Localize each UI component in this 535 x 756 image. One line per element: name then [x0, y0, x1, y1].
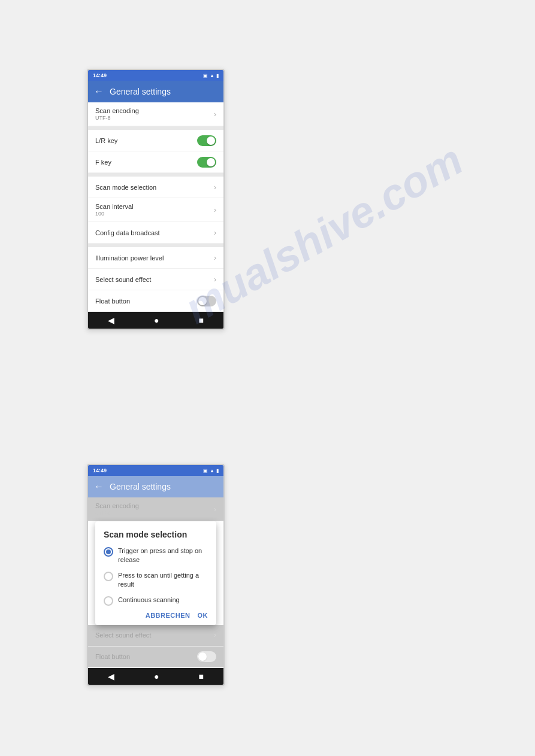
radio-trigger-inner	[106, 549, 111, 554]
scan-mode-chevron: ›	[214, 183, 216, 192]
sound-effect-text: Select sound effect	[95, 276, 214, 283]
back-button-bottom: ←	[94, 481, 104, 492]
illumination-text: Illumination power level	[95, 254, 214, 262]
status-bar-bottom: 14:49 ▣ ▲ ▮	[88, 465, 223, 476]
sound-effect-chevron: ›	[214, 275, 216, 284]
status-time-bottom: 14:49	[93, 467, 107, 473]
f-key-text: F key	[95, 159, 197, 166]
phone-bottom-content: Scan encoding UTF-8 › Scan mode selectio…	[88, 497, 223, 668]
float-button-toggle-thumb	[198, 297, 207, 305]
back-nav-bottom[interactable]: ◀	[108, 672, 114, 681]
settings-item-scan-encoding[interactable]: Scan encoding UTF-8 ›	[88, 102, 223, 126]
back-nav-top[interactable]: ◀	[108, 315, 114, 325]
scan-selection-note: Scan selection	[87, 165, 141, 175]
scan-encoding-text: Scan encoding UTF-8	[95, 107, 214, 121]
float-button-toggle[interactable]	[197, 296, 216, 306]
dialog-option-trigger[interactable]: Trigger on press and stop on release	[104, 546, 208, 565]
app-bar-title-bottom: General settings	[110, 482, 171, 491]
dimmed-scan-encoding-text: Scan encoding UTF-8	[95, 502, 214, 516]
settings-item-config-broadcast[interactable]: Config data broadcast ›	[88, 222, 223, 244]
config-broadcast-chevron: ›	[214, 229, 216, 237]
signal-icon: ▣	[203, 73, 208, 78]
float-button-text: Float button	[95, 297, 197, 305]
app-bar-title-top: General settings	[110, 87, 171, 96]
lr-key-toggle[interactable]	[197, 135, 216, 146]
dimmed-sound-effect-text: Select sound effect	[95, 631, 214, 639]
dialog-title: Scan mode selection	[104, 530, 208, 539]
dimmed-float-button-label: Float button	[95, 653, 197, 660]
scan-mode-dialog: Scan mode selection Trigger on press and…	[95, 521, 216, 625]
config-broadcast-label: Config data broadcast	[95, 229, 214, 236]
dialog-option-continuous[interactable]: Continuous scanning	[104, 596, 208, 606]
float-button-label: Float button	[95, 297, 197, 305]
illumination-label: Illumination power level	[95, 254, 214, 262]
dimmed-sound-effect-label: Select sound effect	[95, 631, 214, 639]
dimmed-sound-effect-chevron: ›	[214, 631, 216, 639]
status-time-top: 14:49	[93, 72, 107, 78]
scan-encoding-sublabel: UTF-8	[95, 115, 214, 121]
radio-press-scan[interactable]	[104, 572, 113, 581]
settings-item-scan-interval[interactable]: Scan interval 100 ›	[88, 198, 223, 222]
scan-interval-text: Scan interval 100	[95, 203, 214, 217]
dialog-cancel-button[interactable]: ABBRECHEN	[146, 612, 191, 619]
dimmed-settings-top: Scan encoding UTF-8 ›	[88, 497, 223, 521]
app-bar-bottom: ← General settings	[88, 476, 223, 497]
lr-key-toggle-thumb	[207, 136, 215, 145]
dimmed-scan-encoding-sublabel: UTF-8	[95, 510, 214, 516]
settings-list-top: Scan encoding UTF-8 › L/R key F key	[88, 102, 223, 312]
settings-item-scan-mode[interactable]: Scan mode selection ›	[88, 177, 223, 198]
dialog-option-press-scan[interactable]: Press to scan until getting a result	[104, 571, 208, 590]
radio-trigger[interactable]	[104, 547, 113, 557]
dimmed-scan-encoding-label: Scan encoding	[95, 502, 214, 509]
status-icons-top: ▣ ▲ ▮	[203, 73, 219, 78]
dialog-option-continuous-text: Continuous scanning	[118, 596, 180, 605]
dimmed-settings-bottom: Select sound effect › Float button	[88, 625, 223, 668]
scan-interval-chevron: ›	[214, 206, 216, 214]
settings-item-sound-effect[interactable]: Select sound effect ›	[88, 269, 223, 290]
dimmed-float-button: Float button	[88, 646, 223, 668]
dimmed-scan-encoding: Scan encoding UTF-8 ›	[88, 497, 223, 521]
scan-mode-text: Scan mode selection	[95, 184, 214, 191]
status-bar-top: 14:49 ▣ ▲ ▮	[88, 70, 223, 81]
f-key-label: F key	[95, 159, 197, 166]
dimmed-float-button-thumb	[198, 652, 207, 661]
dimmed-float-button-toggle	[197, 651, 216, 662]
signal-icon-bottom: ▣	[203, 468, 208, 473]
settings-item-illumination[interactable]: Illumination power level ›	[88, 247, 223, 269]
f-key-toggle[interactable]	[197, 157, 216, 168]
lr-key-label: L/R key	[95, 137, 197, 144]
wifi-icon-bottom: ▲	[210, 468, 214, 473]
settings-item-lr-key[interactable]: L/R key	[88, 130, 223, 151]
home-nav-top[interactable]: ●	[154, 315, 159, 325]
home-nav-bottom[interactable]: ●	[154, 672, 159, 681]
status-icons-bottom: ▣ ▲ ▮	[203, 468, 219, 473]
settings-item-float-button[interactable]: Float button	[88, 290, 223, 312]
dialog-option-trigger-text: Trigger on press and stop on release	[118, 546, 208, 565]
bottom-nav-top: ◀ ● ■	[88, 312, 223, 329]
config-broadcast-text: Config data broadcast	[95, 229, 214, 236]
lr-key-text: L/R key	[95, 137, 197, 144]
bottom-nav-bottom: ◀ ● ■	[88, 668, 223, 685]
recent-nav-bottom[interactable]: ■	[199, 672, 204, 681]
battery-icon: ▮	[216, 73, 219, 78]
scan-mode-label: Scan mode selection	[95, 184, 214, 191]
dialog-actions: ABBRECHEN OK	[104, 612, 208, 619]
scan-encoding-label: Scan encoding	[95, 107, 214, 114]
recent-nav-top[interactable]: ■	[199, 315, 204, 325]
scan-interval-sublabel: 100	[95, 211, 214, 217]
sound-effect-label: Select sound effect	[95, 276, 214, 283]
scan-interval-label: Scan interval	[95, 203, 214, 210]
radio-continuous[interactable]	[104, 596, 113, 606]
scan-encoding-chevron: ›	[214, 110, 216, 119]
dialog-ok-button[interactable]: OK	[198, 612, 208, 619]
back-button-top[interactable]: ←	[94, 86, 104, 97]
dialog-option-press-scan-text: Press to scan until getting a result	[118, 571, 208, 590]
phone-bottom: 14:49 ▣ ▲ ▮ ← General settings Scan enco…	[87, 464, 225, 686]
dimmed-float-button-text: Float button	[95, 653, 197, 660]
wifi-icon: ▲	[210, 73, 214, 78]
f-key-toggle-thumb	[207, 158, 215, 166]
illumination-chevron: ›	[214, 254, 216, 262]
app-bar-top: ← General settings	[88, 81, 223, 102]
dimmed-scan-encoding-chevron: ›	[214, 505, 216, 514]
dimmed-sound-effect: Select sound effect ›	[88, 625, 223, 646]
